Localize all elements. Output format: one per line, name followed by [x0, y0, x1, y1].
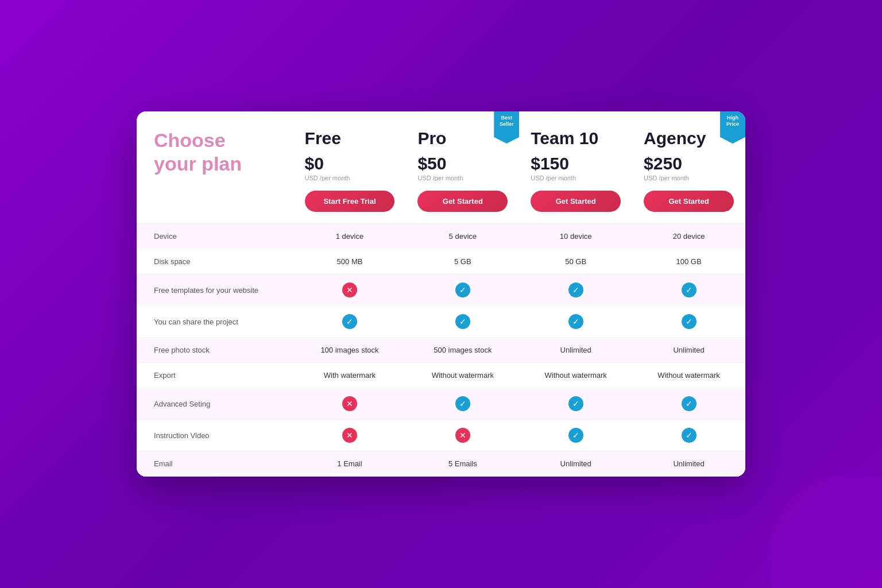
feature-value: ✓: [632, 388, 745, 420]
value-text: Without watermark: [432, 371, 494, 380]
feature-label: Export: [137, 363, 293, 388]
value-text: 1 Email: [337, 459, 362, 468]
table-row: Free templates for your website✕✓✓✓: [137, 274, 745, 306]
plan-team-name: Team 10: [531, 129, 621, 148]
feature-label: Email: [137, 451, 293, 477]
check-icon: ✓: [682, 283, 697, 297]
feature-label: Device: [137, 224, 293, 249]
feature-value: 1 device: [293, 224, 407, 249]
feature-value: 500 MB: [293, 249, 407, 274]
table-row: Device1 device5 device10 device20 device: [137, 224, 745, 249]
value-text: 5 Emails: [448, 459, 477, 468]
features-body: Device1 device5 device10 device20 device…: [137, 224, 745, 477]
feature-label: You can share the project: [137, 306, 293, 338]
plan-pro-price-sub: USD /per month: [417, 175, 508, 181]
pricing-card: Choose your plan Free $0 USD /per month …: [137, 111, 745, 477]
plan-agency-price-sub: USD /per month: [644, 175, 734, 181]
feature-value: 1 Email: [293, 451, 407, 477]
value-text: Unlimited: [673, 459, 704, 468]
value-text: Unlimited: [560, 459, 591, 468]
feature-value: 50 GB: [519, 249, 632, 274]
plan-team-header: Team 10 $150 USD /per month Get Started: [519, 111, 632, 224]
plan-free-name: Free: [305, 129, 395, 148]
check-icon: ✓: [568, 396, 583, 411]
feature-value: ✕: [293, 274, 407, 306]
plan-free-cta[interactable]: Start Free Trial: [305, 191, 395, 212]
feature-value: Unlimited: [632, 338, 745, 363]
check-icon: ✓: [455, 283, 470, 297]
plan-agency-price: $250: [644, 154, 734, 173]
feature-value: Without watermark: [406, 363, 519, 388]
feature-value: 10 device: [519, 224, 632, 249]
feature-value: ✓: [406, 388, 519, 420]
cross-icon: ✕: [342, 283, 357, 297]
plan-free-header: Free $0 USD /per month Start Free Trial: [293, 111, 407, 224]
table-row: Disk space500 MB5 GB50 GB100 GB: [137, 249, 745, 274]
feature-value: 20 device: [632, 224, 745, 249]
feature-label: Free templates for your website: [137, 274, 293, 306]
plan-pro-header: BestSeller Pro $50 USD /per month Get St…: [406, 111, 519, 224]
plan-agency-cta[interactable]: Get Started: [644, 191, 734, 212]
feature-value: ✓: [293, 306, 407, 338]
table-row: Instruction Video✕✕✓✓: [137, 420, 745, 451]
value-text: Without watermark: [544, 371, 606, 380]
feature-value: ✓: [519, 274, 632, 306]
check-icon: ✓: [568, 428, 583, 443]
feature-value: Unlimited: [632, 451, 745, 477]
feature-label: Free photo stock: [137, 338, 293, 363]
pricing-table: Choose your plan Free $0 USD /per month …: [137, 111, 745, 477]
value-text: Without watermark: [657, 371, 719, 380]
value-text: 1 device: [336, 232, 363, 241]
title-cell: Choose your plan: [137, 111, 293, 224]
check-icon: ✓: [342, 314, 357, 329]
feature-value: ✓: [406, 274, 519, 306]
feature-value: ✓: [519, 420, 632, 451]
value-text: 5 GB: [454, 257, 471, 266]
check-icon: ✓: [682, 314, 697, 329]
feature-label: Disk space: [137, 249, 293, 274]
plan-agency-header: HighPrice Agency $250 USD /per month Get…: [632, 111, 745, 224]
feature-value: ✕: [293, 420, 407, 451]
check-icon: ✓: [455, 396, 470, 411]
check-icon: ✓: [682, 396, 697, 411]
feature-value: ✓: [632, 420, 745, 451]
value-text: 100 GB: [676, 257, 702, 266]
feature-value: 100 images stock: [293, 338, 407, 363]
feature-value: With watermark: [293, 363, 407, 388]
feature-label: Advanced Seting: [137, 388, 293, 420]
feature-value: ✓: [632, 274, 745, 306]
plan-pro-cta[interactable]: Get Started: [417, 191, 508, 212]
feature-value: 5 device: [406, 224, 519, 249]
feature-value: Unlimited: [519, 451, 632, 477]
value-text: 100 images stock: [320, 346, 378, 354]
table-row: ExportWith watermarkWithout watermarkWit…: [137, 363, 745, 388]
value-text: With watermark: [324, 371, 376, 380]
feature-label: Instruction Video: [137, 420, 293, 451]
header-row: Choose your plan Free $0 USD /per month …: [137, 111, 745, 224]
plan-team-price: $150: [531, 154, 621, 173]
feature-value: 100 GB: [632, 249, 745, 274]
table-row: Advanced Seting✕✓✓✓: [137, 388, 745, 420]
value-text: 10 device: [560, 232, 592, 241]
cross-icon: ✕: [455, 428, 470, 443]
feature-value: ✓: [519, 306, 632, 338]
feature-value: 5 Emails: [406, 451, 519, 477]
plan-free-price: $0: [305, 154, 395, 173]
value-text: 500 images stock: [434, 346, 492, 354]
value-text: 500 MB: [337, 257, 363, 266]
cross-icon: ✕: [342, 428, 357, 443]
feature-value: Without watermark: [632, 363, 745, 388]
plan-team-cta[interactable]: Get Started: [531, 191, 621, 212]
check-icon: ✓: [682, 428, 697, 443]
feature-value: ✕: [406, 420, 519, 451]
table-row: Email1 Email5 EmailsUnlimitedUnlimited: [137, 451, 745, 477]
plan-pro-price: $50: [417, 154, 508, 173]
check-icon: ✓: [455, 314, 470, 329]
value-text: Unlimited: [673, 346, 704, 354]
feature-value: ✓: [632, 306, 745, 338]
value-text: Unlimited: [560, 346, 591, 354]
value-text: 5 device: [449, 232, 477, 241]
value-text: 50 GB: [565, 257, 586, 266]
pro-badge: BestSeller: [494, 111, 519, 144]
value-text: 20 device: [673, 232, 705, 241]
